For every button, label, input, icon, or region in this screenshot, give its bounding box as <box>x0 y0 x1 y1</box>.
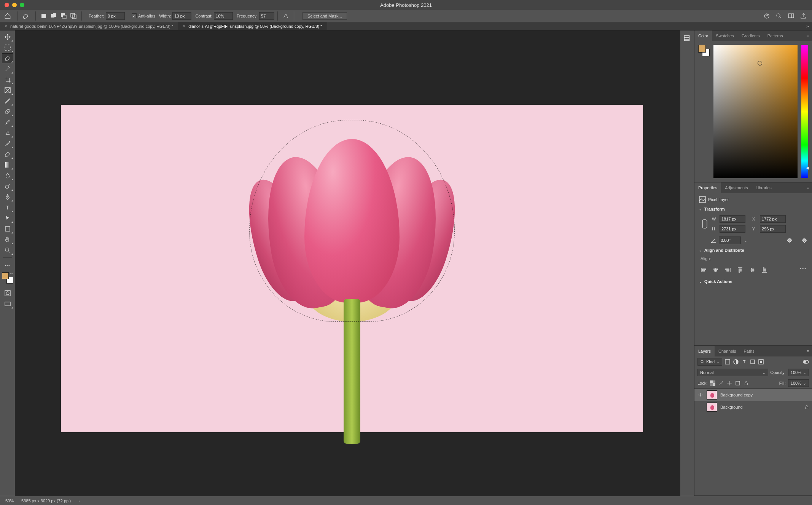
align-bottom-icon[interactable] <box>761 266 768 274</box>
blend-mode-select[interactable]: Normal⌄ <box>697 369 768 376</box>
panel-menu-icon[interactable]: ≡ <box>804 182 812 193</box>
lock-all-icon[interactable] <box>743 380 749 386</box>
contrast-input[interactable]: 10% <box>214 12 233 20</box>
hue-slider[interactable]: ◀ <box>801 45 808 178</box>
lock-paint-icon[interactable] <box>718 380 724 386</box>
tab-libraries[interactable]: Libraries <box>752 182 775 193</box>
lock-transparent-icon[interactable] <box>710 380 716 386</box>
flip-h-icon[interactable] <box>786 237 793 243</box>
screen-mode-button[interactable] <box>2 299 13 309</box>
blur-tool[interactable] <box>2 171 13 181</box>
panel-menu-icon[interactable]: ≡ <box>804 30 812 41</box>
current-tool-indicator[interactable] <box>21 12 31 20</box>
filter-shape-icon[interactable] <box>750 359 756 365</box>
transform-x-input[interactable]: 1772 px <box>760 215 786 223</box>
tab-gradients[interactable]: Gradients <box>738 30 764 41</box>
select-and-mask-button[interactable]: Select and Mask... <box>303 12 347 20</box>
feather-input[interactable]: 0 px <box>106 12 125 20</box>
cloud-docs-icon[interactable] <box>763 13 770 19</box>
frame-tool[interactable] <box>2 85 13 95</box>
zoom-level[interactable]: 50% <box>5 499 14 503</box>
tab-adjustments[interactable]: Adjustments <box>721 182 752 193</box>
align-section-header[interactable]: ⌄Align and Distribute <box>699 248 807 252</box>
eyedropper-tool[interactable] <box>2 96 13 106</box>
width-input[interactable]: 10 px <box>172 12 191 20</box>
history-brush-tool[interactable] <box>2 139 13 149</box>
canvas-area[interactable] <box>15 30 680 496</box>
document-canvas[interactable] <box>61 105 643 432</box>
add-selection-icon[interactable] <box>49 12 58 20</box>
type-tool[interactable]: T <box>2 203 13 213</box>
move-tool[interactable] <box>2 32 13 42</box>
share-icon[interactable] <box>800 13 807 19</box>
intersect-selection-icon[interactable] <box>69 12 78 20</box>
layer-name[interactable]: Background copy <box>720 393 753 397</box>
filter-smart-icon[interactable] <box>758 359 764 365</box>
collapse-tabs-icon[interactable]: ›› <box>803 22 812 30</box>
tab-layers[interactable]: Layers <box>694 346 715 356</box>
path-select-tool[interactable] <box>2 213 13 223</box>
hand-tool[interactable] <box>2 235 13 245</box>
doc-info-menu-icon[interactable]: › <box>78 499 80 503</box>
tab-patterns[interactable]: Patterns <box>764 30 787 41</box>
workspace-icon[interactable] <box>788 13 794 19</box>
close-tab-icon[interactable]: × <box>183 24 185 29</box>
dodge-tool[interactable] <box>2 181 13 191</box>
quick-mask-button[interactable] <box>2 288 13 298</box>
align-left-icon[interactable] <box>700 266 707 274</box>
anti-alias-checkbox[interactable] <box>132 13 137 18</box>
shape-tool[interactable] <box>2 224 13 234</box>
layer-row[interactable]: Background <box>694 401 812 413</box>
edit-toolbar-button[interactable]: ••• <box>2 260 13 270</box>
flip-v-icon[interactable] <box>801 237 807 244</box>
layer-name[interactable]: Background <box>720 405 743 409</box>
align-top-icon[interactable] <box>736 266 744 274</box>
color-swatches[interactable]: ⤺ <box>2 272 13 284</box>
close-tab-icon[interactable]: × <box>5 24 7 29</box>
fg-bg-color[interactable] <box>698 45 710 56</box>
fill-input[interactable]: 100%⌄ <box>788 379 809 387</box>
subtract-selection-icon[interactable] <box>59 12 68 20</box>
brush-tool[interactable] <box>2 117 13 127</box>
document-info[interactable]: 5385 px x 3029 px (72 ppi) <box>21 499 71 503</box>
tab-properties[interactable]: Properties <box>694 182 721 193</box>
color-field[interactable] <box>713 45 798 178</box>
lock-icon[interactable] <box>804 404 809 410</box>
frequency-input[interactable]: 57 <box>259 12 274 20</box>
zoom-tool[interactable] <box>2 245 13 255</box>
quick-actions-header[interactable]: ⌄Quick Actions <box>699 279 807 284</box>
document-tab[interactable]: × natural-goods-berlin-L6NP4ZGnpSY-unspl… <box>0 22 178 30</box>
healing-tool[interactable] <box>2 107 13 117</box>
home-button[interactable] <box>3 11 12 21</box>
new-selection-icon[interactable] <box>40 12 48 20</box>
filter-adjust-icon[interactable] <box>733 359 739 365</box>
align-vcenter-icon[interactable] <box>748 266 756 274</box>
tab-paths[interactable]: Paths <box>740 346 758 356</box>
link-wh-icon[interactable] <box>701 219 708 229</box>
pen-pressure-icon[interactable] <box>282 12 290 20</box>
tab-channels[interactable]: Channels <box>715 346 740 356</box>
lasso-tool[interactable] <box>2 53 13 63</box>
layer-filter-select[interactable]: Kind⌄ <box>697 358 722 366</box>
align-right-icon[interactable] <box>724 266 732 274</box>
lock-artboard-icon[interactable] <box>735 380 741 386</box>
layer-row[interactable]: Background copy <box>694 389 812 401</box>
clone-stamp-tool[interactable] <box>2 128 13 138</box>
lock-position-icon[interactable] <box>726 380 732 386</box>
more-align-icon[interactable]: ••• <box>800 266 807 274</box>
filter-type-icon[interactable]: T <box>741 359 747 365</box>
marquee-tool[interactable] <box>2 43 13 53</box>
search-icon[interactable] <box>775 13 782 19</box>
transform-w-input[interactable]: 1817 px <box>720 215 745 223</box>
history-panel-icon[interactable] <box>683 34 691 43</box>
transform-y-input[interactable]: 296 px <box>760 225 786 233</box>
crop-tool[interactable] <box>2 75 13 85</box>
visibility-toggle[interactable] <box>697 393 704 397</box>
document-tab[interactable]: × dlanor-s-ATgfRqpFfFI-unsplash.jpg @ 50… <box>178 22 327 30</box>
pen-tool[interactable] <box>2 192 13 202</box>
transform-section-header[interactable]: ⌄Transform <box>699 207 807 211</box>
gradient-tool[interactable] <box>2 160 13 170</box>
transform-h-input[interactable]: 2731 px <box>720 225 745 233</box>
angle-input[interactable]: 0.00° <box>719 237 741 244</box>
opacity-input[interactable]: 100%⌄ <box>788 369 809 376</box>
